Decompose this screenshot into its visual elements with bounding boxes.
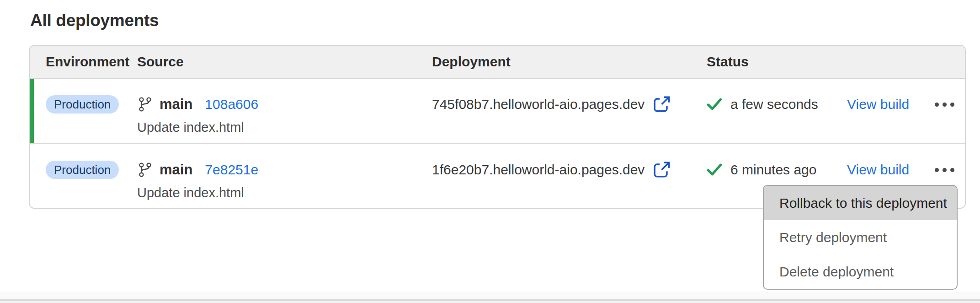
deployment-cell: 1f6e20b7.helloworld-aio.pages.dev: [432, 160, 707, 208]
environment-cell: Production: [46, 94, 137, 143]
view-build-cell: View build: [847, 94, 934, 143]
status-time: a few seconds: [730, 97, 818, 112]
commit-message: Update index.html: [137, 120, 432, 134]
commit-link[interactable]: 7e8251e: [205, 162, 258, 178]
header-cell-deployment: Deployment: [432, 54, 707, 70]
context-menu: Rollback to this deployment Retry deploy…: [763, 185, 958, 290]
commit-link[interactable]: 108a606: [205, 97, 258, 112]
git-branch-icon: [137, 97, 153, 112]
footer-strip: [0, 292, 980, 299]
status-time: 6 minutes ago: [730, 162, 816, 178]
page-title: All deployments: [30, 11, 159, 30]
deployment-cell: 745f08b7.helloworld-aio.pages.dev: [432, 94, 707, 143]
git-branch-icon: [137, 162, 153, 178]
deployment-url: 745f08b7.helloworld-aio.pages.dev: [432, 97, 644, 112]
menu-item-rollback[interactable]: Rollback to this deployment: [764, 186, 957, 220]
environment-cell: Production: [46, 160, 137, 208]
ellipsis-menu-button[interactable]: [934, 94, 955, 114]
ellipsis-icon: [935, 168, 939, 172]
view-build-link[interactable]: View build: [847, 162, 909, 178]
environment-badge: Production: [46, 95, 119, 114]
external-link-icon[interactable]: [652, 95, 671, 114]
deployment-url: 1f6e20b7.helloworld-aio.pages.dev: [432, 162, 644, 178]
header-cell-environment: Environment: [46, 54, 137, 70]
check-icon: [707, 98, 722, 111]
deployment-row: Production main 108a606 Update index.htm…: [30, 79, 965, 143]
ellipsis-icon: [935, 103, 939, 107]
check-icon: [707, 163, 722, 176]
commit-message: Update index.html: [137, 186, 432, 200]
branch-name: main: [160, 96, 192, 113]
view-build-link[interactable]: View build: [847, 97, 909, 112]
deployments-table: Environment Source Deployment Status Pro…: [29, 45, 966, 209]
environment-badge: Production: [46, 161, 119, 179]
external-link-icon[interactable]: [652, 160, 671, 179]
source-cell: main 7e8251e Update index.html: [137, 160, 432, 208]
branch-name: main: [160, 162, 192, 178]
menu-item-retry[interactable]: Retry deployment: [764, 220, 957, 254]
status-cell: a few seconds: [707, 94, 847, 143]
table-header: Environment Source Deployment Status: [30, 46, 965, 79]
footer-below: [0, 301, 980, 303]
actions-cell: [934, 94, 965, 143]
source-cell: main 108a606 Update index.html: [137, 94, 432, 143]
menu-item-delete[interactable]: Delete deployment: [764, 254, 957, 289]
header-cell-status: Status: [707, 54, 847, 70]
ellipsis-menu-button[interactable]: [934, 160, 955, 180]
header-cell-source: Source: [137, 54, 432, 70]
